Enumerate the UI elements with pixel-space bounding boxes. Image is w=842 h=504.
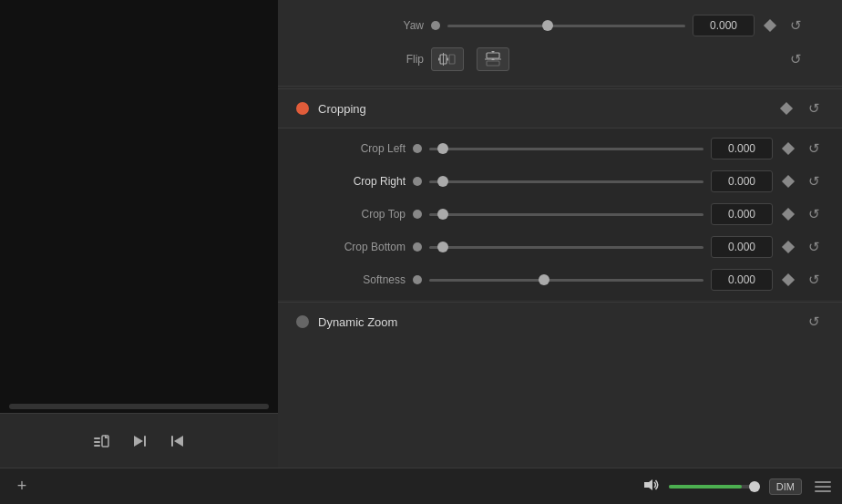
cropping-title: Cropping xyxy=(318,102,769,116)
volume-slider[interactable] xyxy=(669,485,760,489)
softness-dot[interactable] xyxy=(413,275,422,284)
crop-top-reset[interactable]: ↺ xyxy=(804,204,824,224)
crop-right-slider[interactable] xyxy=(429,180,703,183)
bottom-bar: + DIM xyxy=(0,468,842,504)
crop-right-label: Crop Right xyxy=(296,175,406,188)
prev-frame-button[interactable] xyxy=(165,428,190,454)
horizontal-scrollbar[interactable] xyxy=(9,404,269,409)
yaw-row: Yaw 0.000 ↺ xyxy=(296,9,824,42)
playback-controls xyxy=(0,413,278,468)
crop-top-keyframe[interactable] xyxy=(780,206,796,222)
cropping-content: Crop Left 0.000 ↺ Crop Right 0.000 ↺ xyxy=(278,129,842,300)
crop-left-dot[interactable] xyxy=(413,144,422,153)
yaw-reset-button[interactable]: ↺ xyxy=(786,15,806,36)
right-panel: Yaw 0.000 ↺ Flip xyxy=(278,0,842,468)
flip-label: Flip xyxy=(314,53,424,66)
flip-vertical-button[interactable] xyxy=(477,47,509,71)
crop-right-value[interactable]: 0.000 xyxy=(711,170,773,192)
svg-rect-1 xyxy=(94,441,100,443)
yaw-label: Yaw xyxy=(314,19,424,32)
cropping-keyframe-button[interactable] xyxy=(778,100,795,117)
softness-row: Softness 0.000 ↺ xyxy=(278,263,842,296)
volume-icon xyxy=(643,478,660,496)
svg-rect-2 xyxy=(94,445,100,447)
crop-left-keyframe[interactable] xyxy=(780,140,796,157)
main-area: Yaw 0.000 ↺ Flip xyxy=(0,0,842,468)
flip-reset-button[interactable]: ↺ xyxy=(786,49,806,69)
add-button[interactable]: + xyxy=(11,476,33,498)
crop-right-row: Crop Right 0.000 ↺ xyxy=(278,165,842,198)
dynamic-zoom-reset[interactable]: ↺ xyxy=(804,312,824,332)
crop-top-dot[interactable] xyxy=(413,210,422,219)
volume-thumb[interactable] xyxy=(749,481,760,492)
crop-top-label: Crop Top xyxy=(296,208,406,221)
yaw-slider[interactable] xyxy=(447,25,685,27)
crop-bottom-label: Crop Bottom xyxy=(296,241,406,253)
crop-left-value[interactable]: 0.000 xyxy=(711,138,773,159)
crop-left-reset[interactable]: ↺ xyxy=(804,139,824,159)
crop-left-slider[interactable] xyxy=(429,148,703,150)
menu-lines-button[interactable] xyxy=(815,481,831,492)
crop-right-keyframe[interactable] xyxy=(780,173,796,190)
softness-slider[interactable] xyxy=(429,279,703,282)
svg-rect-8 xyxy=(171,436,173,447)
svg-marker-7 xyxy=(174,436,183,447)
cropping-toggle[interactable] xyxy=(296,102,309,115)
svg-marker-5 xyxy=(134,436,143,447)
svg-rect-14 xyxy=(487,53,499,58)
crop-bottom-keyframe[interactable] xyxy=(780,239,796,255)
left-panel xyxy=(0,0,278,468)
crop-top-row: Crop Top 0.000 ↺ xyxy=(278,198,842,231)
dim-button[interactable]: DIM xyxy=(769,478,802,495)
crop-top-value[interactable]: 0.000 xyxy=(711,203,773,225)
loop-button[interactable] xyxy=(88,428,114,454)
crop-right-reset[interactable]: ↺ xyxy=(804,171,824,191)
yaw-value[interactable]: 0.000 xyxy=(693,15,755,36)
crop-bottom-value[interactable]: 0.000 xyxy=(711,236,773,258)
volume-fill xyxy=(669,485,742,489)
dynamic-zoom-toggle[interactable] xyxy=(296,315,309,328)
svg-rect-18 xyxy=(487,61,499,66)
svg-marker-19 xyxy=(644,479,652,490)
next-frame-button[interactable] xyxy=(127,428,152,454)
crop-top-slider[interactable] xyxy=(429,213,703,216)
softness-value[interactable]: 0.000 xyxy=(711,269,773,291)
flip-horizontal-button[interactable] xyxy=(431,47,464,71)
cropping-reset-button[interactable]: ↺ xyxy=(804,98,824,118)
crop-bottom-slider[interactable] xyxy=(429,246,703,249)
crop-bottom-row: Crop Bottom 0.000 ↺ xyxy=(278,231,842,263)
crop-bottom-dot[interactable] xyxy=(413,242,422,252)
yaw-section: Yaw 0.000 ↺ Flip xyxy=(278,0,842,87)
svg-rect-13 xyxy=(449,55,455,64)
softness-reset[interactable]: ↺ xyxy=(804,270,824,290)
yaw-keyframe-button[interactable] xyxy=(762,17,778,34)
svg-rect-0 xyxy=(94,437,100,439)
flip-row: Flip xyxy=(296,42,824,77)
softness-label: Softness xyxy=(296,273,406,286)
preview-area xyxy=(0,0,278,404)
dynamic-zoom-title: Dynamic Zoom xyxy=(318,315,795,329)
svg-rect-6 xyxy=(144,436,146,447)
crop-bottom-reset[interactable]: ↺ xyxy=(804,237,824,257)
dynamic-zoom-section-header[interactable]: Dynamic Zoom ↺ xyxy=(278,302,842,341)
yaw-dot[interactable] xyxy=(431,21,440,30)
crop-left-label: Crop Left xyxy=(296,142,406,155)
crop-right-dot[interactable] xyxy=(413,177,422,186)
softness-keyframe[interactable] xyxy=(780,272,796,288)
crop-left-row: Crop Left 0.000 ↺ xyxy=(278,132,842,165)
cropping-section-header[interactable]: Cropping ↺ xyxy=(278,88,842,129)
